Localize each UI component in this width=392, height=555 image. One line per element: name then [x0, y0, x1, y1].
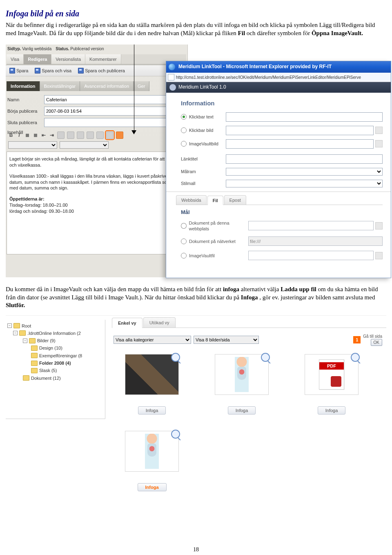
iv-folder-tree: −Root −.IdrottOnline Information (2 −Bil… [6, 320, 105, 419]
content-paragraph: Växelkassan 1000:- skall läggas i den li… [9, 173, 188, 192]
subtab-ger[interactable]: Ger [134, 81, 149, 91]
linktool-titlebar[interactable]: Meridium LinkTool - Microsoft Internet E… [166, 61, 391, 73]
status-line: Sidtyp. Vanlig webbsida Status. Publicer… [7, 46, 104, 51]
save-button[interactable]: Spara [7, 67, 30, 74]
anatomy-thumbnail [145, 434, 159, 469]
infoga-button-selected[interactable]: Infoga [138, 483, 167, 491]
magnifier-icon[interactable] [351, 353, 360, 362]
tab-epost[interactable]: Epost [224, 195, 246, 205]
tab-webbsida[interactable]: Webbsida [176, 195, 207, 205]
tree-ioinfo[interactable]: .IdrottOnline Information (2 [27, 330, 81, 336]
thumbnail-image[interactable] [125, 354, 179, 395]
collapse-icon[interactable]: − [13, 331, 18, 335]
browse-icon[interactable] [375, 222, 383, 230]
save-view-button[interactable]: Spara och visa [33, 67, 74, 74]
radio-doc-natverk[interactable] [181, 238, 187, 244]
magnifier-icon[interactable] [171, 430, 180, 439]
toolbar-icon[interactable] [67, 132, 74, 139]
thumbnail-card: Infoga [295, 354, 368, 415]
outdent-icon[interactable]: ⇤ [41, 132, 47, 138]
subtab-boxinstallningar[interactable]: Boxinställningar [40, 81, 80, 91]
imagevaultbild-input[interactable] [226, 139, 374, 149]
collapse-icon[interactable]: − [23, 339, 27, 343]
open-imagevault-icon[interactable] [375, 252, 383, 259]
disk-icon [35, 68, 40, 74]
radio-klickbar-bild[interactable] [181, 127, 187, 133]
bold-icon[interactable]: B [8, 132, 14, 138]
lanktitel-label: Länktitel [181, 156, 226, 162]
intro-paragraph: När du befinner dig i redigerarläge på e… [6, 21, 386, 37]
thumbnail-card: Infoga [115, 354, 189, 415]
page-heading: Infoga bild på en sida [6, 8, 386, 19]
ok-button[interactable]: OK [371, 339, 382, 346]
imagevault-image-icon[interactable] [106, 132, 114, 139]
stilmall-select[interactable] [226, 180, 383, 187]
page-current[interactable]: 1 [353, 336, 361, 343]
infoga-button[interactable]: Infoga [318, 406, 346, 415]
field-borja-input[interactable] [44, 107, 183, 116]
tab-redigera[interactable]: Redigera [24, 54, 51, 64]
num-list-icon[interactable]: ≣ [24, 132, 30, 138]
doc-webbplats-input[interactable] [248, 221, 374, 230]
intro-bold-fil: Fil [238, 30, 245, 36]
indent-icon[interactable]: ⇥ [49, 132, 55, 138]
tab-versionslista[interactable]: Versionslista [51, 54, 85, 64]
bul-list-icon[interactable]: ≣ [33, 132, 38, 138]
tab-utokad-vy[interactable]: Utökad vy [143, 317, 176, 328]
toolbar-icon[interactable] [116, 132, 123, 139]
tree-root[interactable]: Root [22, 323, 31, 329]
radio-imagevaultbild[interactable] [181, 141, 187, 147]
linktool-app-bar: Meridium LinkTool 1.0 [166, 82, 391, 93]
open-imagevault-icon[interactable] [375, 140, 383, 147]
thumbnail-image[interactable] [305, 354, 359, 395]
doc-natverk-input[interactable] [248, 236, 383, 246]
style-select[interactable] [8, 141, 57, 149]
tree-bilder[interactable]: Bilder (9) [37, 338, 56, 343]
thumbnail-image[interactable] [215, 354, 269, 395]
collapse-icon[interactable]: − [7, 323, 12, 328]
folder-icon [31, 353, 38, 358]
field-sluta-input[interactable] [44, 118, 183, 127]
editor-panel: Sidtyp. Vanlig webbsida Status. Publicer… [6, 45, 188, 277]
tree-dokument[interactable]: Dokument (12) [31, 375, 61, 381]
tab-kommentarer[interactable]: Kommentarer [85, 54, 121, 64]
style-select-2[interactable] [60, 141, 109, 149]
subtab-information[interactable]: Information [7, 81, 40, 91]
imagevaultfil-input[interactable] [248, 251, 374, 260]
link-icon[interactable] [87, 132, 94, 139]
tree-folder2008[interactable]: Folder 2008 (4) [39, 360, 71, 366]
tree-slask[interactable]: Slask (5) [39, 368, 57, 373]
save-publish-button[interactable]: Spara och publicera [76, 67, 127, 74]
radio-doc-webbplats[interactable] [181, 223, 187, 229]
anatomy-thumbnail [235, 357, 249, 392]
tree-design[interactable]: Design (10) [39, 345, 62, 351]
radio-klickbar-text[interactable] [181, 114, 187, 120]
lanktitel-input[interactable] [226, 154, 383, 164]
page-icon [168, 74, 174, 80]
thumbnail-card: Infoga [115, 431, 189, 491]
klickbar-text-input[interactable] [226, 112, 383, 122]
magnifier-icon[interactable] [171, 353, 180, 362]
tab-enkel-vy[interactable]: Enkel vy [112, 318, 143, 328]
radio-imagevaultfil[interactable] [181, 253, 187, 259]
unlink-icon[interactable] [96, 132, 104, 139]
field-namn-input[interactable] [44, 95, 183, 104]
browse-image-icon[interactable] [375, 127, 383, 134]
editor-content-area[interactable]: Laget börjar sin vecka på måndag, lämpli… [7, 152, 191, 254]
editor-tabs: Visa Redigera Versionslista Kommentarer [7, 54, 186, 65]
tree-exempel[interactable]: Exempelföreningar (8 [39, 353, 82, 359]
infoga-button[interactable]: Infoga [138, 406, 166, 415]
toolbar-icon[interactable] [77, 132, 84, 139]
magnifier-icon[interactable] [261, 353, 270, 362]
italic-icon[interactable]: I [16, 132, 22, 138]
infoga-button[interactable]: Infoga [228, 406, 256, 415]
thumbnail-image[interactable] [125, 431, 179, 472]
category-select[interactable]: Visa alla kategorier [114, 336, 191, 344]
klickbar-bild-input[interactable] [226, 126, 374, 135]
subtab-avancerad[interactable]: Avancerad information [80, 81, 134, 91]
toolbar-icon[interactable] [57, 132, 65, 139]
tab-visa[interactable]: Visa [7, 54, 24, 64]
malram-select[interactable] [226, 168, 383, 176]
tab-fil[interactable]: Fil [207, 196, 223, 205]
per-page-select[interactable]: Visa 8 bilder/sida [194, 336, 259, 344]
